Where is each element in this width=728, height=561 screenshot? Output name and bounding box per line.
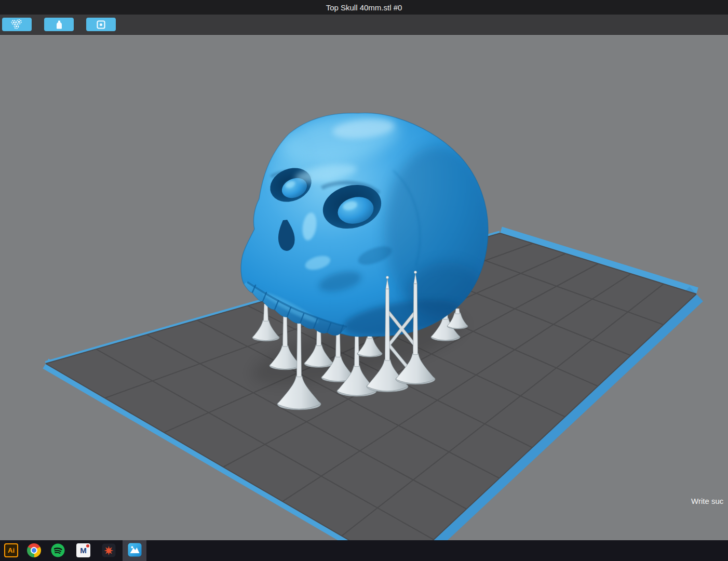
taskbar: Ai M	[0, 540, 728, 561]
window-title: Top Skull 40mm.stl #0	[326, 3, 402, 12]
status-text: Write suc	[691, 497, 723, 505]
export-button[interactable]	[86, 18, 116, 31]
viewport-3d[interactable]: Write suc	[0, 35, 728, 540]
m-app-icon-label: M	[80, 546, 87, 555]
spotify-icon[interactable]	[51, 543, 65, 557]
illustrator-icon[interactable]: Ai	[4, 543, 18, 557]
toolbar	[0, 15, 728, 35]
scene-canvas	[0, 35, 728, 540]
mathematica-icon[interactable]	[102, 543, 116, 557]
resin-bottle-icon	[56, 20, 62, 29]
slicer-app-icon	[128, 543, 142, 559]
resin-button[interactable]	[44, 18, 74, 31]
illustrator-icon-label: Ai	[8, 546, 15, 554]
frame-icon	[97, 20, 105, 29]
chrome-icon[interactable]	[27, 543, 41, 557]
skull-model[interactable]	[241, 106, 493, 343]
title-bar[interactable]: Top Skull 40mm.stl #0	[0, 0, 728, 15]
m-app-icon[interactable]: M	[76, 543, 90, 557]
active-app-slot[interactable]	[123, 540, 146, 561]
supports-button[interactable]	[2, 18, 32, 31]
gears-icon	[11, 19, 23, 30]
